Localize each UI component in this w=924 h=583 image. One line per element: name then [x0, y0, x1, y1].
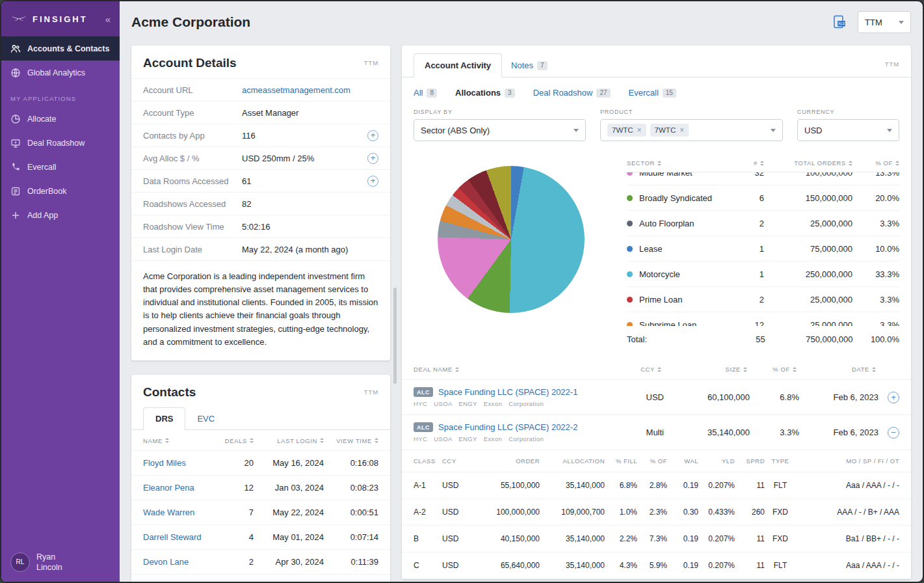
column-header-count[interactable]: #: [738, 159, 764, 167]
alloc-class: C: [414, 561, 442, 570]
expand-detail-button[interactable]: +: [367, 130, 378, 141]
currency-dropdown[interactable]: USD: [797, 119, 899, 141]
sidebar-item-add-app[interactable]: Add App: [1, 203, 120, 227]
contact-name-link[interactable]: Eleanor Pena: [143, 483, 221, 493]
tab-drs[interactable]: DRS: [143, 407, 185, 430]
expand-deal-button[interactable]: +: [888, 392, 899, 403]
alloc-ratings: Ba1 / BB+ / - / -: [796, 534, 899, 543]
user-name: Ryan Lincoln: [36, 552, 62, 573]
column-header-ccy[interactable]: CCY: [624, 366, 661, 373]
column-header-pct-of[interactable]: % OF: [756, 366, 797, 373]
column-header-deals[interactable]: DEALS: [228, 437, 254, 444]
alloc-allocation: 35,140,000: [540, 561, 605, 570]
total-count: 55: [739, 334, 765, 344]
alloc-ratings: Aaa / AAA / - / -: [796, 561, 899, 570]
alloc-order: 55,100,000: [472, 481, 540, 490]
expand-detail-button[interactable]: +: [367, 176, 378, 187]
sector-row: Prime Loan 2 25,000,000 3.3%: [627, 287, 899, 312]
tab-evc[interactable]: EVC: [185, 408, 226, 429]
collapse-deal-button[interactable]: −: [888, 427, 899, 439]
filter-label: Deal Roadshow: [533, 88, 593, 98]
detail-value: USD 250mm / 25%: [242, 154, 314, 163]
contact-name-link[interactable]: Devon Lane: [143, 557, 221, 567]
column-header-pct-of[interactable]: % OF: [860, 159, 899, 167]
deal-pct: 3.3%: [759, 427, 799, 437]
remove-chip-icon[interactable]: ×: [637, 126, 642, 135]
contact-view-time: 0:00:51: [330, 508, 378, 517]
column-header-total-orders[interactable]: TOTAL ORDERS: [772, 159, 852, 167]
deal-row: ALC Space Funding LLC (SPACE) 2022-2 HYC…: [402, 414, 911, 450]
deal-name-link[interactable]: Space Funding LLC (SPACE) 2022-1: [438, 387, 577, 397]
column-header-ratings: MO / SP / FI / OT: [796, 457, 899, 465]
sidebar-collapse-icon[interactable]: «: [105, 14, 111, 25]
sidebar-item-allocate[interactable]: Allocate: [1, 107, 120, 131]
deal-ccy: USD: [626, 392, 664, 402]
activity-filter-link[interactable]: All 8: [414, 88, 437, 98]
sector-name-cell: Auto Floorplan: [627, 219, 730, 228]
sidebar-item-deal-roadshow[interactable]: Deal Roadshow: [1, 131, 120, 155]
column-header-last-login[interactable]: LAST LOGIN: [260, 437, 324, 444]
activity-filter-link[interactable]: Deal Roadshow 27: [533, 88, 611, 98]
activity-filter-link[interactable]: Allocations 3: [455, 88, 515, 98]
alloc-yld: 0.207%: [698, 534, 735, 543]
detail-value: 116: [242, 131, 256, 141]
tab-account-activity[interactable]: Account Activity: [414, 53, 502, 77]
sector-name: Lease: [639, 244, 662, 254]
sector-name-cell: Middle Market: [627, 172, 730, 178]
users-icon: [10, 44, 21, 54]
remove-chip-icon[interactable]: ×: [680, 126, 684, 135]
column-header-view-time[interactable]: VIEW TIME: [330, 437, 378, 444]
activity-filter-link[interactable]: Evercall 15: [629, 88, 676, 98]
deal-table-header: DEAL NAME CCY SIZE % OF DATE: [402, 355, 911, 379]
sidebar-item-global-analytics[interactable]: Global Analytics: [1, 61, 120, 85]
detail-row: Account Type Asset Manager: [131, 101, 390, 124]
vertical-scrollbar[interactable]: [393, 288, 397, 384]
export-xls-icon[interactable]: XLS: [832, 14, 847, 30]
contact-name-link[interactable]: Darrell Steward: [143, 532, 221, 542]
product-chip-label: 7WTC: [655, 126, 676, 134]
legend-dot: [627, 271, 633, 277]
sidebar-item-label: Add App: [27, 211, 58, 220]
contact-deals: 7: [228, 508, 254, 517]
column-header-name[interactable]: NAME: [143, 437, 221, 444]
detail-row: Contacts by App 116 +: [131, 124, 390, 146]
contact-view-time: 0:16:08: [330, 458, 378, 468]
column-header-date[interactable]: DATE: [806, 366, 876, 373]
sidebar: FINSIGHT « Accounts & Contacts Global An…: [1, 1, 120, 582]
sector-total-orders: 25,000,000: [772, 320, 852, 327]
product-label: PRODUCT: [600, 109, 783, 115]
column-header-order: ORDER: [472, 457, 540, 465]
alloc-allocation: 109,000,700: [540, 508, 605, 517]
sidebar-item-accounts-contacts[interactable]: Accounts & Contacts: [1, 36, 120, 61]
tab-notes[interactable]: Notes 7: [502, 54, 557, 77]
sidebar-item-label: Global Analytics: [27, 68, 85, 77]
notes-count-badge: 7: [537, 61, 548, 70]
period-dropdown[interactable]: TTM: [858, 11, 911, 33]
sector-count: 1: [738, 269, 764, 279]
deal-name-link[interactable]: Space Funding LLC (SPACE) 2022-2: [438, 422, 577, 432]
column-header-size[interactable]: SIZE: [670, 366, 747, 373]
sidebar-user[interactable]: RL Ryan Lincoln: [1, 543, 120, 582]
column-header-allocation: ALLOCATION: [540, 457, 605, 465]
contact-name-link[interactable]: Wade Warren: [143, 508, 221, 517]
sidebar-item-evercall[interactable]: Evercall: [1, 155, 120, 179]
sector-pct: 3.3%: [860, 320, 899, 327]
sector-total-orders: 25,000,000: [772, 295, 852, 305]
legend-dot: [627, 172, 633, 176]
expand-detail-button[interactable]: +: [367, 153, 378, 164]
contact-last-login: May 16, 2024: [260, 458, 324, 468]
sector-name: Middle Market: [639, 172, 693, 178]
column-header-deal-name[interactable]: DEAL NAME: [414, 366, 614, 373]
display-by-dropdown[interactable]: Sector (ABS Only): [414, 119, 586, 141]
sector-table-body[interactable]: Middle Market 32 100,000,000 13.3%: [627, 172, 899, 326]
detail-value: acmeassetmanagement.com: [242, 85, 350, 95]
sidebar-item-orderbook[interactable]: OrderBook: [1, 179, 120, 203]
contacts-table-body: Floyd Miles 20 May 16, 2024 0:16:08 Elea…: [131, 450, 390, 583]
column-header-sector[interactable]: SECTOR: [627, 159, 730, 167]
alloc-order: 100,000,000: [472, 508, 540, 517]
alloc-yld: 0.207%: [698, 561, 735, 570]
sector-pie-chart[interactable]: [438, 166, 585, 313]
product-dropdown[interactable]: 7WTC × 7WTC ×: [600, 119, 783, 141]
sidebar-item-label: OrderBook: [27, 187, 66, 196]
contact-name-link[interactable]: Floyd Miles: [143, 458, 221, 468]
